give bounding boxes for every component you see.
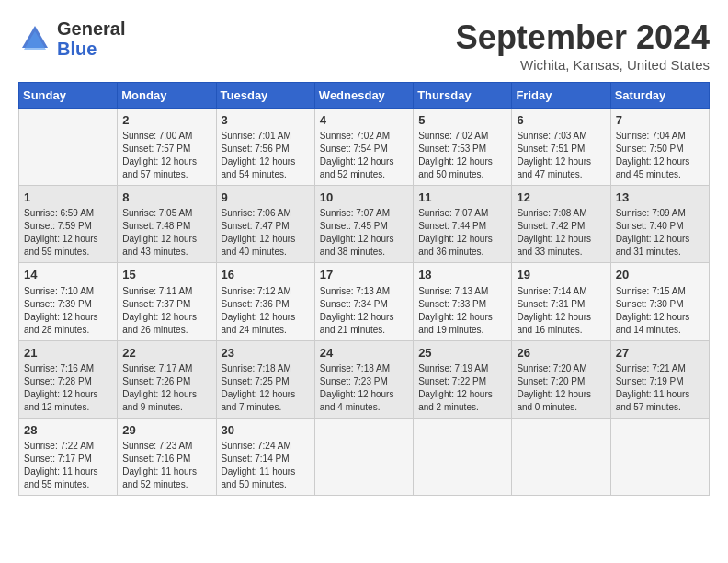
daylight-text: Daylight: 12 hours and 59 minutes. — [24, 234, 98, 257]
day-of-week-sunday: Sunday — [19, 83, 118, 109]
day-info: Sunrise: 7:12 AMSunset: 7:36 PMDaylight:… — [222, 285, 310, 337]
sunset-text: Sunset: 7:53 PM — [418, 144, 486, 154]
daylight-text: Daylight: 12 hours and 47 minutes. — [517, 156, 591, 179]
day-number: 19 — [517, 267, 605, 283]
day-header-row: SundayMondayTuesdayWednesdayThursdayFrid… — [19, 83, 710, 109]
logo: General Blue — [18, 18, 125, 59]
day-number: 17 — [320, 267, 408, 283]
day-number: 20 — [616, 267, 704, 283]
sunrise-text: Sunrise: 7:10 AM — [24, 286, 94, 296]
table-row: 14Sunrise: 7:10 AMSunset: 7:39 PMDayligh… — [19, 263, 118, 340]
sunrise-text: Sunrise: 7:06 AM — [222, 208, 291, 218]
calendar-week-row: 28Sunrise: 7:22 AMSunset: 7:17 PMDayligh… — [19, 418, 710, 495]
table-row: 17Sunrise: 7:13 AMSunset: 7:34 PMDayligh… — [314, 263, 413, 340]
sunrise-text: Sunrise: 7:03 AM — [517, 131, 586, 141]
sunset-text: Sunset: 7:48 PM — [122, 221, 190, 231]
daylight-text: Daylight: 12 hours and 0 minutes. — [517, 389, 591, 412]
sunset-text: Sunset: 7:40 PM — [616, 221, 684, 231]
day-number: 16 — [222, 267, 310, 283]
table-row: 18Sunrise: 7:13 AMSunset: 7:33 PMDayligh… — [414, 263, 512, 340]
daylight-text: Daylight: 12 hours and 28 minutes. — [24, 312, 98, 335]
table-row: 2Sunrise: 7:00 AMSunset: 7:57 PMDaylight… — [118, 109, 216, 186]
sunrise-text: Sunrise: 7:16 AM — [24, 363, 94, 373]
sunset-text: Sunset: 7:20 PM — [517, 376, 585, 386]
table-row — [19, 109, 118, 186]
page-header: General Blue September 2024 Wichita, Kan… — [18, 18, 710, 73]
day-number: 3 — [222, 112, 310, 129]
daylight-text: Daylight: 12 hours and 31 minutes. — [616, 234, 690, 257]
table-row: 27Sunrise: 7:21 AMSunset: 7:19 PMDayligh… — [610, 340, 709, 418]
table-row: 11Sunrise: 7:07 AMSunset: 7:44 PMDayligh… — [414, 186, 512, 263]
sunrise-text: Sunrise: 7:05 AM — [122, 208, 192, 218]
daylight-text: Daylight: 12 hours and 40 minutes. — [222, 234, 296, 257]
sunset-text: Sunset: 7:57 PM — [122, 144, 190, 154]
day-info: Sunrise: 6:59 AMSunset: 7:59 PMDaylight:… — [24, 207, 112, 259]
calendar-week-row: 1Sunrise: 6:59 AMSunset: 7:59 PMDaylight… — [19, 186, 710, 263]
day-info: Sunrise: 7:10 AMSunset: 7:39 PMDaylight:… — [24, 285, 112, 337]
table-row: 20Sunrise: 7:15 AMSunset: 7:30 PMDayligh… — [610, 263, 709, 340]
day-number: 28 — [24, 422, 112, 439]
table-row: 26Sunrise: 7:20 AMSunset: 7:20 PMDayligh… — [512, 340, 610, 418]
sunset-text: Sunset: 7:54 PM — [320, 144, 388, 154]
logo-text: General Blue — [57, 18, 125, 59]
daylight-text: Daylight: 12 hours and 33 minutes. — [517, 234, 591, 257]
sunset-text: Sunset: 7:59 PM — [24, 221, 92, 231]
day-info: Sunrise: 7:04 AMSunset: 7:50 PMDaylight:… — [616, 130, 704, 181]
day-number: 24 — [320, 345, 408, 362]
table-row: 13Sunrise: 7:09 AMSunset: 7:40 PMDayligh… — [610, 186, 709, 263]
day-of-week-wednesday: Wednesday — [314, 83, 413, 109]
day-info: Sunrise: 7:06 AMSunset: 7:47 PMDaylight:… — [222, 207, 310, 259]
month-title: September 2024 — [456, 18, 710, 57]
day-number: 10 — [320, 190, 408, 206]
day-info: Sunrise: 7:23 AMSunset: 7:16 PMDaylight:… — [122, 440, 210, 491]
sunset-text: Sunset: 7:36 PM — [222, 299, 290, 309]
sunrise-text: Sunrise: 7:11 AM — [122, 286, 192, 296]
daylight-text: Daylight: 12 hours and 21 minutes. — [320, 312, 394, 335]
table-row: 12Sunrise: 7:08 AMSunset: 7:42 PMDayligh… — [512, 186, 610, 263]
table-row: 1Sunrise: 6:59 AMSunset: 7:59 PMDaylight… — [19, 186, 118, 263]
logo-icon — [18, 22, 51, 55]
day-info: Sunrise: 7:15 AMSunset: 7:30 PMDaylight:… — [616, 285, 704, 337]
sunrise-text: Sunrise: 7:20 AM — [517, 363, 586, 373]
day-number: 30 — [222, 422, 310, 439]
table-row: 28Sunrise: 7:22 AMSunset: 7:17 PMDayligh… — [19, 418, 118, 495]
daylight-text: Daylight: 12 hours and 43 minutes. — [122, 234, 197, 257]
daylight-text: Daylight: 12 hours and 36 minutes. — [418, 234, 493, 257]
daylight-text: Daylight: 12 hours and 16 minutes. — [517, 312, 591, 335]
table-row: 5Sunrise: 7:02 AMSunset: 7:53 PMDaylight… — [414, 109, 512, 186]
table-row — [314, 418, 413, 495]
title-area: September 2024 Wichita, Kansas, United S… — [456, 18, 710, 73]
day-of-week-thursday: Thursday — [414, 83, 512, 109]
day-number: 11 — [418, 190, 506, 206]
sunrise-text: Sunrise: 7:15 AM — [616, 286, 686, 296]
table-row: 10Sunrise: 7:07 AMSunset: 7:45 PMDayligh… — [314, 186, 413, 263]
day-number: 5 — [418, 112, 506, 129]
day-info: Sunrise: 7:02 AMSunset: 7:53 PMDaylight:… — [418, 130, 506, 181]
day-number: 12 — [517, 190, 605, 206]
day-info: Sunrise: 7:13 AMSunset: 7:34 PMDaylight:… — [320, 285, 408, 337]
day-number: 1 — [24, 190, 112, 206]
day-of-week-friday: Friday — [512, 83, 610, 109]
table-row: 19Sunrise: 7:14 AMSunset: 7:31 PMDayligh… — [512, 263, 610, 340]
table-row — [414, 418, 512, 495]
day-info: Sunrise: 7:07 AMSunset: 7:45 PMDaylight:… — [320, 207, 408, 259]
daylight-text: Daylight: 12 hours and 50 minutes. — [418, 156, 493, 179]
location: Wichita, Kansas, United States — [456, 57, 710, 73]
daylight-text: Daylight: 12 hours and 12 minutes. — [24, 389, 98, 412]
day-info: Sunrise: 7:16 AMSunset: 7:28 PMDaylight:… — [24, 362, 112, 414]
day-info: Sunrise: 7:05 AMSunset: 7:48 PMDaylight:… — [122, 207, 210, 259]
day-info: Sunrise: 7:21 AMSunset: 7:19 PMDaylight:… — [616, 362, 704, 414]
sunset-text: Sunset: 7:34 PM — [320, 299, 388, 309]
sunset-text: Sunset: 7:26 PM — [122, 376, 190, 386]
sunrise-text: Sunrise: 7:07 AM — [418, 208, 488, 218]
day-info: Sunrise: 7:02 AMSunset: 7:54 PMDaylight:… — [320, 130, 408, 181]
daylight-text: Daylight: 12 hours and 38 minutes. — [320, 234, 394, 257]
day-of-week-saturday: Saturday — [610, 83, 709, 109]
daylight-text: Daylight: 12 hours and 24 minutes. — [222, 312, 296, 335]
daylight-text: Daylight: 12 hours and 14 minutes. — [616, 312, 690, 335]
sunset-text: Sunset: 7:44 PM — [418, 221, 486, 231]
day-number: 4 — [320, 112, 408, 129]
day-number: 18 — [418, 267, 506, 283]
sunrise-text: Sunrise: 7:09 AM — [616, 208, 686, 218]
day-info: Sunrise: 7:09 AMSunset: 7:40 PMDaylight:… — [616, 207, 704, 259]
